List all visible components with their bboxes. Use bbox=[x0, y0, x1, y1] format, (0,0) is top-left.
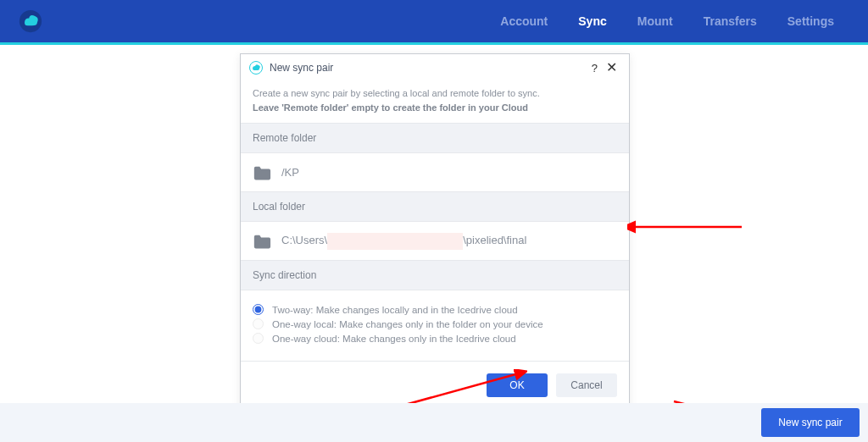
page-body: New sync pair ? ✕ Create a new sync pair… bbox=[0, 45, 868, 442]
sync-option-label: One-way cloud: Make changes only in the … bbox=[272, 334, 516, 344]
sync-direction-options: Two-way: Make changes locally and in the… bbox=[241, 290, 629, 362]
remote-path: /KP bbox=[281, 166, 299, 179]
sync-option-label: One-way local: Make changes only in the … bbox=[272, 319, 543, 329]
nav-account[interactable]: Account bbox=[485, 0, 563, 42]
dialog-buttons: OK Cancel bbox=[241, 362, 629, 409]
folder-icon bbox=[253, 165, 271, 180]
dialog-title: New sync pair bbox=[270, 62, 587, 74]
dialog-titlebar: New sync pair ? ✕ bbox=[241, 54, 629, 81]
radio-one-way-local[interactable] bbox=[253, 318, 264, 329]
remote-folder-header: Remote folder bbox=[241, 124, 629, 153]
local-folder-row[interactable]: C:\Users\\pixelied\final bbox=[241, 222, 629, 261]
help-icon[interactable]: ? bbox=[587, 62, 603, 75]
instruction-line-2: Leave 'Remote folder' empty to create th… bbox=[253, 101, 617, 115]
dialog-instructions: Create a new sync pair by selecting a lo… bbox=[241, 81, 629, 124]
folder-icon bbox=[253, 234, 271, 249]
instruction-line-1: Create a new sync pair by selecting a lo… bbox=[253, 86, 617, 101]
cancel-button[interactable]: Cancel bbox=[556, 373, 617, 397]
sync-option-one-way-cloud[interactable]: One-way cloud: Make changes only in the … bbox=[253, 333, 617, 344]
nav-transfers[interactable]: Transfers bbox=[688, 0, 772, 42]
bottom-strip bbox=[0, 403, 868, 442]
nav-links: Account Sync Mount Transfers Settings bbox=[485, 0, 849, 42]
new-sync-pair-dialog: New sync pair ? ✕ Create a new sync pair… bbox=[240, 53, 630, 410]
annotation-arrow-local-folder bbox=[627, 214, 746, 240]
top-navbar: Account Sync Mount Transfers Settings bbox=[0, 0, 868, 42]
sync-option-two-way[interactable]: Two-way: Make changes locally and in the… bbox=[253, 304, 617, 315]
nav-mount[interactable]: Mount bbox=[622, 0, 688, 42]
radio-two-way[interactable] bbox=[253, 304, 264, 315]
ok-button[interactable]: OK bbox=[487, 373, 548, 397]
nav-sync[interactable]: Sync bbox=[563, 0, 621, 42]
remote-folder-row[interactable]: /KP bbox=[241, 153, 629, 192]
local-folder-header: Local folder bbox=[241, 192, 629, 222]
sync-option-label: Two-way: Make changes locally and in the… bbox=[272, 305, 518, 315]
new-sync-pair-button[interactable]: New sync pair bbox=[761, 408, 860, 437]
app-logo bbox=[19, 9, 42, 33]
local-path: C:\Users\\pixelied\final bbox=[281, 233, 526, 250]
sync-option-one-way-local[interactable]: One-way local: Make changes only in the … bbox=[253, 318, 617, 329]
radio-one-way-cloud[interactable] bbox=[253, 333, 264, 344]
close-icon[interactable]: ✕ bbox=[603, 61, 620, 75]
dialog-app-icon bbox=[249, 61, 263, 75]
nav-settings[interactable]: Settings bbox=[772, 0, 849, 42]
redacted-block bbox=[327, 233, 463, 250]
sync-direction-header: Sync direction bbox=[241, 261, 629, 290]
